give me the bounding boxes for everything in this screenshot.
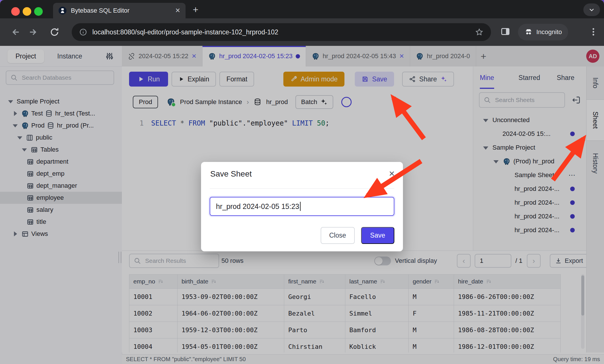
url-text: localhost:8080/sql-editor/prod-sample-in… [92, 28, 470, 36]
browser-menu-icon[interactable] [589, 27, 598, 37]
forward-icon[interactable] [29, 27, 39, 37]
bookmark-star-icon[interactable] [475, 28, 484, 36]
incognito-icon [524, 28, 533, 36]
new-browser-tab-button[interactable]: + [193, 4, 198, 15]
close-window-button[interactable] [11, 7, 20, 16]
incognito-label: Incognito [536, 28, 562, 36]
incognito-badge: Incognito [518, 24, 568, 40]
tab-close-icon[interactable]: ✕ [175, 7, 180, 14]
divider [210, 188, 394, 189]
minimize-window-button[interactable] [23, 7, 31, 16]
back-icon[interactable] [10, 27, 20, 37]
browser-window: Bytebase SQL Editor ✕ + localhost:8080/s… [0, 0, 604, 364]
chevron-down-icon [589, 7, 595, 13]
reload-icon[interactable] [49, 27, 60, 37]
browser-titlebar: Bytebase SQL Editor ✕ + [0, 0, 604, 18]
text-caret [300, 202, 301, 211]
site-info-icon[interactable] [79, 28, 87, 36]
desktop: Bytebase SQL Editor ✕ + localhost:8080/s… [0, 0, 604, 364]
browser-tab-title: Bytebase SQL Editor [71, 7, 130, 14]
tab-search-button[interactable] [583, 3, 600, 16]
dialog-close-button[interactable]: Close [321, 227, 355, 244]
dialog-save-button[interactable]: Save [361, 227, 394, 244]
browser-tab[interactable]: Bytebase SQL Editor ✕ [53, 3, 186, 18]
maximize-window-button[interactable] [34, 7, 43, 16]
browser-toolbar: localhost:8080/sql-editor/prod-sample-in… [0, 18, 604, 46]
bytebase-favicon-icon [58, 6, 67, 15]
address-bar[interactable]: localhost:8080/sql-editor/prod-sample-in… [72, 23, 491, 41]
save-sheet-dialog: Save Sheet ✕ hr_prod 2024-02-05 15:23 Cl… [201, 162, 403, 251]
dialog-title: Save Sheet [210, 169, 252, 179]
close-icon[interactable]: ✕ [389, 169, 395, 178]
side-panel-icon[interactable] [500, 26, 511, 37]
sheet-name-input[interactable]: hr_prod 2024-02-05 15:23 [210, 197, 394, 216]
